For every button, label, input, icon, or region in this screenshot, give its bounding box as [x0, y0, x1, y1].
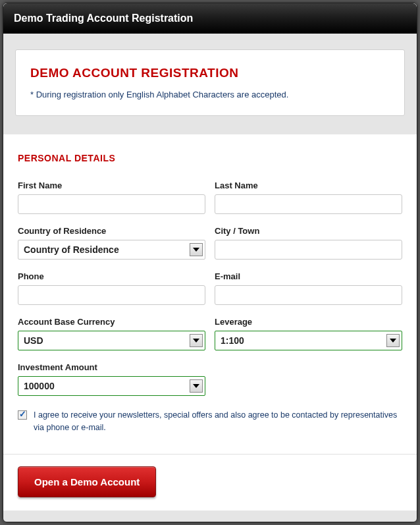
- email-label: E-mail: [215, 271, 402, 281]
- last-name-input[interactable]: [215, 194, 402, 214]
- city-label: City / Town: [215, 226, 402, 236]
- last-name-label: Last Name: [215, 180, 402, 190]
- personal-details-title: PERSONAL DETAILS: [18, 153, 402, 163]
- country-select[interactable]: Country of Residence: [18, 240, 205, 260]
- intro-note: * During registration only English Alpha…: [30, 90, 390, 99]
- intro-title: DEMO ACCOUNT REGISTRATION: [30, 66, 390, 80]
- form-section: PERSONAL DETAILS First Name Last Name Co…: [3, 134, 417, 454]
- phone-input[interactable]: [18, 285, 205, 305]
- consent-text: I agree to receive your newsletters, spe…: [34, 409, 402, 434]
- country-selected: Country of Residence: [24, 244, 119, 255]
- investment-select[interactable]: 100000: [18, 376, 205, 396]
- intro-panel: DEMO ACCOUNT REGISTRATION * During regis…: [15, 49, 405, 116]
- chevron-down-icon: [190, 243, 203, 256]
- leverage-selected: 1:100: [221, 335, 244, 346]
- investment-label: Investment Amount: [18, 362, 205, 372]
- city-input[interactable]: [215, 240, 402, 260]
- submit-section: Open a Demo Account: [3, 454, 417, 511]
- email-input[interactable]: [215, 285, 402, 305]
- open-demo-account-button[interactable]: Open a Demo Account: [18, 466, 156, 497]
- investment-selected: 100000: [24, 381, 55, 391]
- leverage-label: Leverage: [215, 317, 402, 327]
- registration-modal: Demo Trading Account Registration DEMO A…: [3, 3, 417, 522]
- country-label: Country of Residence: [18, 226, 205, 236]
- currency-select[interactable]: USD: [18, 331, 205, 350]
- leverage-select[interactable]: 1:100: [215, 331, 402, 350]
- currency-label: Account Base Currency: [18, 317, 205, 327]
- chevron-down-icon: [190, 379, 203, 393]
- phone-label: Phone: [18, 271, 205, 281]
- first-name-input[interactable]: [18, 194, 205, 214]
- chevron-down-icon: [386, 334, 400, 347]
- consent-checkbox[interactable]: [18, 410, 27, 420]
- modal-title: Demo Trading Account Registration: [3, 3, 417, 34]
- chevron-down-icon: [190, 334, 203, 347]
- intro-section: DEMO ACCOUNT REGISTRATION * During regis…: [3, 34, 417, 134]
- first-name-label: First Name: [18, 180, 205, 190]
- currency-selected: USD: [24, 335, 43, 346]
